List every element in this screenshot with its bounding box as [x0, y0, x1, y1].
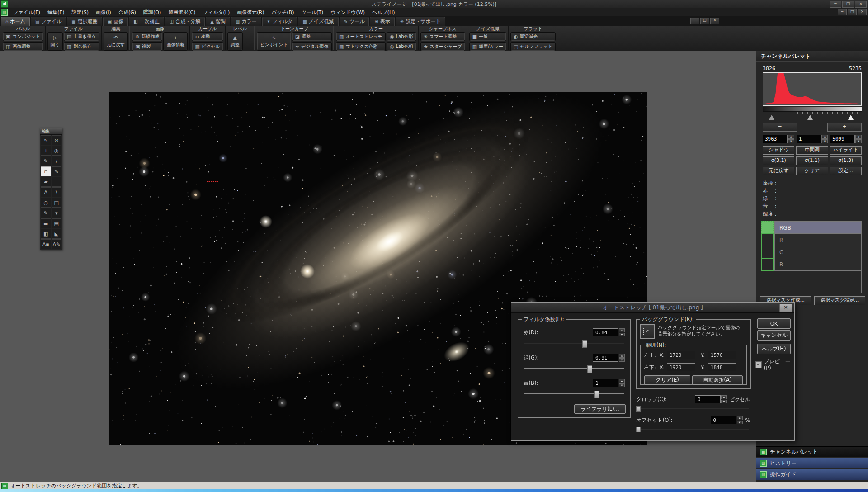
palette-button-σ(1,3)[interactable]: σ(1,3) [830, 156, 862, 165]
tab-合成・分解[interactable]: ◫合成・分解 [165, 17, 205, 26]
ribbon-button-輝度/カラー[interactable]: ▥輝度/カラー [469, 42, 506, 51]
menu-item-4[interactable]: 合成(G) [115, 8, 140, 16]
channel-row-G[interactable]: G [761, 246, 862, 259]
tool-palette-title[interactable]: 編集 [40, 128, 62, 135]
filter-slider[interactable] [524, 391, 625, 397]
help-button[interactable]: ヘルプ(H) [757, 344, 791, 354]
tool-10-1[interactable]: A✎ [52, 239, 62, 249]
ribbon-button-調整[interactable]: ◪調整 [292, 32, 332, 41]
palette-button-σ(3,1)[interactable]: σ(3,1) [763, 156, 794, 165]
ribbon-button-画像情報[interactable]: i画像情報 [163, 32, 188, 51]
x-value-field[interactable]: 1920 [667, 363, 695, 371]
tool-4-0[interactable]: ▰ [41, 177, 51, 187]
background-selection-rect[interactable] [207, 181, 218, 197]
tab-画像[interactable]: ▣画像 [103, 17, 128, 26]
stepper-down-icon[interactable]: ▼ [619, 333, 625, 337]
tool-9-1[interactable]: ◣ [52, 229, 62, 239]
y-value-field[interactable]: 1848 [708, 363, 736, 371]
ribbon-button-一般[interactable]: ■一般 [469, 32, 506, 41]
offset-stepper[interactable]: ▲▼ [737, 416, 743, 424]
palette-button-σ(1,1)[interactable]: σ(1,1) [796, 156, 828, 165]
clear-button[interactable]: クリア(E) [644, 375, 690, 385]
tool-2-1[interactable]: / [52, 156, 62, 166]
ribbon-button-画像調整[interactable]: ◫画像調整 [3, 42, 43, 51]
spinner-up-icon[interactable]: ▲ [788, 135, 794, 139]
stepper-up-icon[interactable]: ▲ [619, 354, 625, 358]
tool-9-0[interactable]: ◧ [41, 229, 51, 239]
tab-一次補正[interactable]: ◧一次補正 [129, 17, 164, 26]
ribbon-button-デジタル現像[interactable]: ≈デジタル現像 [292, 42, 332, 51]
tool-7-0[interactable]: ✎ [41, 208, 51, 218]
filter-slider[interactable] [524, 340, 625, 347]
tab-フィルタ[interactable]: ✶フィルタ [262, 17, 297, 26]
menu-item-6[interactable]: 範囲選択(C) [165, 8, 199, 16]
filter-value-input[interactable]: 0.84 [593, 328, 618, 336]
palette-button-シャドウ[interactable]: シャドウ [763, 146, 794, 155]
stepper-up-icon[interactable]: ▲ [619, 328, 625, 332]
menu-item-12[interactable]: ヘルプ(H) [368, 8, 399, 16]
stepper-down-icon[interactable]: ▼ [619, 383, 625, 388]
ribbon-button-Lab色彩[interactable]: ◉Lab色彩 [387, 32, 416, 41]
menu-item-11[interactable]: ウィンドウ(W) [327, 8, 368, 16]
spinner-up-icon[interactable]: ▲ [821, 135, 828, 139]
minus-button[interactable]: − [763, 123, 797, 132]
ribbon-button-ピクセル[interactable]: ▦ピクセル [192, 42, 223, 51]
tool-3-0[interactable]: ▫ [41, 166, 51, 176]
menu-item-10[interactable]: ツール(T) [297, 8, 327, 16]
tab-表示[interactable]: ⊞表示 [370, 17, 394, 26]
ribbon-button-移動[interactable]: ↔移動 [192, 32, 223, 41]
spinner-down-icon[interactable]: ▼ [855, 139, 862, 143]
spinner-arrows[interactable]: ▲▼ [855, 135, 862, 143]
spinner-arrows[interactable]: ▲▼ [821, 135, 828, 143]
tool-6-0[interactable]: ○ [41, 198, 51, 208]
ribbon-button-元に戻す[interactable]: ↶元に戻す [104, 32, 128, 51]
background-picker-button[interactable]: ↗ [640, 324, 655, 339]
menu-item-1[interactable]: 編集(E) [44, 8, 68, 16]
channel-row-B[interactable]: B [761, 258, 862, 271]
plus-button[interactable]: + [827, 123, 862, 132]
tab-ファイル[interactable]: ▤ファイル [31, 17, 66, 26]
tool-4-1[interactable] [52, 177, 62, 187]
tool-5-0[interactable]: A [41, 187, 51, 197]
ribbon-button-スターシャープ[interactable]: ★スターシャープ [420, 42, 465, 51]
filter-value-stepper[interactable]: ▲▼ [619, 328, 625, 336]
minimize-button[interactable]: ─ [830, 1, 841, 8]
menu-item-9[interactable]: バッチ(B) [268, 8, 298, 16]
palette-button-設定...[interactable]: 設定... [830, 167, 862, 175]
tool-8-0[interactable]: ▬ [41, 218, 51, 228]
offset-input[interactable]: 0 [711, 416, 736, 424]
tool-5-1[interactable]: \ [52, 187, 62, 197]
tool-1-1[interactable]: ◎ [52, 146, 62, 156]
tab-カラー[interactable]: ▥カラー [231, 17, 261, 26]
tab-ホーム[interactable]: ⌂ホーム [1, 17, 30, 26]
mdi-restore-button[interactable]: □ [848, 9, 857, 15]
menu-item-3[interactable]: 画像(I) [92, 8, 115, 16]
doc-minimize-button[interactable]: ─ [690, 18, 699, 24]
midtone-marker[interactable] [807, 115, 813, 120]
ribbon-button-ピンポイント[interactable]: ∿ピンポイント [257, 32, 291, 51]
ribbon-button-セルフフラット[interactable]: ▢セルフフラット [510, 42, 556, 51]
preview-checkbox[interactable]: ✓ [755, 361, 762, 368]
channel-palette-header[interactable]: チャンネルパレット [756, 51, 868, 62]
doc-restore-button[interactable]: □ [700, 18, 709, 24]
stepper-up-icon[interactable]: ▲ [619, 379, 625, 383]
ribbon-button-複製[interactable]: ▣複製 [132, 42, 162, 51]
palette-button-元に戻す[interactable]: 元に戻す [763, 167, 794, 175]
ribbon-button-Lab色相[interactable]: ◎Lab色相 [387, 42, 416, 51]
filter-value-input[interactable]: 0.91 [593, 354, 618, 362]
close-button[interactable]: × [855, 1, 867, 8]
x-value-field[interactable]: 1720 [667, 351, 695, 359]
slider-handle[interactable] [594, 391, 599, 398]
crop-input[interactable]: 0 [695, 395, 721, 403]
crop-slider[interactable] [636, 406, 750, 411]
tab-設定・サポート[interactable]: ✳設定・サポート [396, 17, 445, 26]
tool-3-1[interactable]: ✎ [52, 166, 62, 176]
offset-slider[interactable] [636, 427, 750, 431]
menu-item-2[interactable]: 設定(S) [68, 8, 93, 16]
filter-value-stepper[interactable]: ▲▼ [619, 379, 625, 387]
doc-close-button[interactable]: × [710, 18, 719, 24]
crop-stepper[interactable]: ▲▼ [721, 395, 727, 403]
slider-handle[interactable] [582, 340, 587, 348]
spinner-value[interactable]: 1 [797, 135, 821, 143]
menu-item-8[interactable]: 画像復元(R) [233, 8, 268, 16]
